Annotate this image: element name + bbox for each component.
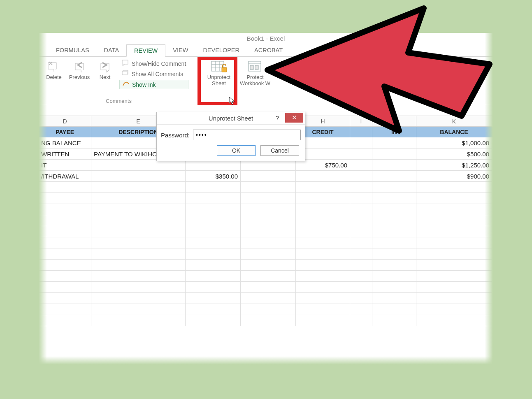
cell[interactable]: [39, 248, 91, 260]
table-header-cell[interactable]: [350, 127, 372, 137]
cell[interactable]: [91, 260, 186, 271]
cell[interactable]: [186, 248, 241, 260]
cell[interactable]: [241, 215, 296, 226]
cell[interactable]: [186, 304, 241, 315]
cell[interactable]: [296, 171, 350, 182]
cell[interactable]: [241, 304, 296, 315]
cell[interactable]: [296, 282, 350, 293]
table-header-cell[interactable]: PAYEE: [39, 127, 91, 137]
cell[interactable]: [416, 282, 492, 293]
cell[interactable]: [350, 148, 372, 160]
cell[interactable]: [241, 271, 296, 282]
cell[interactable]: [350, 193, 372, 204]
ok-button[interactable]: OK: [217, 145, 256, 156]
cell[interactable]: [186, 260, 241, 271]
cell[interactable]: [372, 148, 416, 160]
cell[interactable]: [186, 193, 241, 204]
cell[interactable]: $1,000.00: [416, 137, 492, 148]
cell[interactable]: [350, 204, 372, 215]
cell[interactable]: [416, 226, 492, 237]
cell[interactable]: [350, 293, 372, 304]
cell[interactable]: $900.00: [416, 171, 492, 182]
cell[interactable]: [372, 293, 416, 304]
cell[interactable]: /ITHDRAWAL: [39, 171, 91, 182]
cell[interactable]: [372, 137, 416, 148]
cell[interactable]: [416, 248, 492, 260]
previous-comment-button[interactable]: Previous: [67, 58, 92, 81]
cell[interactable]: [241, 182, 296, 193]
cell[interactable]: [39, 304, 91, 315]
cell[interactable]: $750.00: [296, 160, 350, 171]
cell[interactable]: [186, 271, 241, 282]
cell[interactable]: [241, 315, 296, 326]
cell[interactable]: [296, 248, 350, 260]
column-header[interactable]: D: [39, 116, 91, 127]
tab-formulas[interactable]: FORMULAS: [49, 44, 97, 56]
tab-developer[interactable]: DEVELOPER: [195, 44, 247, 56]
cell[interactable]: [416, 193, 492, 204]
cell[interactable]: [241, 293, 296, 304]
cell[interactable]: [372, 260, 416, 271]
cell[interactable]: [39, 293, 91, 304]
cell[interactable]: [241, 193, 296, 204]
cell[interactable]: [350, 315, 372, 326]
column-header[interactable]: [372, 116, 416, 127]
tab-data[interactable]: DATA: [97, 44, 127, 56]
protect-workbook-button[interactable]: Protect Workbook W: [236, 58, 274, 87]
cell[interactable]: [350, 226, 372, 237]
cell[interactable]: [186, 160, 241, 171]
cell[interactable]: [91, 315, 186, 326]
tab-review[interactable]: REVIEW: [126, 44, 165, 57]
cell[interactable]: [186, 226, 241, 237]
cell[interactable]: $500.00: [416, 148, 492, 160]
cell[interactable]: [350, 171, 372, 182]
cell[interactable]: [416, 293, 492, 304]
cell[interactable]: [39, 271, 91, 282]
cell[interactable]: [91, 215, 186, 226]
dialog-help-button[interactable]: ?: [270, 113, 284, 123]
cell[interactable]: [372, 248, 416, 260]
cell[interactable]: [91, 271, 186, 282]
cell[interactable]: [91, 204, 186, 215]
cell[interactable]: [416, 304, 492, 315]
cell[interactable]: [91, 171, 186, 182]
cell[interactable]: [296, 304, 350, 315]
cell[interactable]: [372, 315, 416, 326]
cell[interactable]: [91, 193, 186, 204]
cell[interactable]: [416, 237, 492, 248]
cell[interactable]: [186, 237, 241, 248]
cell[interactable]: [241, 260, 296, 271]
cell[interactable]: $350.00: [186, 171, 241, 182]
cell[interactable]: [39, 204, 91, 215]
cell[interactable]: [296, 204, 350, 215]
cell[interactable]: [372, 282, 416, 293]
cell[interactable]: [350, 248, 372, 260]
cancel-button[interactable]: Cancel: [260, 145, 299, 156]
cell[interactable]: [296, 293, 350, 304]
cell[interactable]: [91, 182, 186, 193]
cell[interactable]: [296, 215, 350, 226]
cell[interactable]: [241, 171, 296, 182]
next-comment-button[interactable]: Next: [92, 58, 118, 81]
cell[interactable]: [91, 237, 186, 248]
cell[interactable]: [39, 315, 91, 326]
tab-acrobat[interactable]: ACROBAT: [247, 44, 290, 56]
cell[interactable]: [186, 215, 241, 226]
cell[interactable]: [372, 237, 416, 248]
table-header-cell[interactable]: IN: [372, 127, 416, 137]
cell[interactable]: [296, 237, 350, 248]
cell[interactable]: [241, 282, 296, 293]
cell[interactable]: [186, 293, 241, 304]
show-hide-comment-button[interactable]: Show/Hide Comment: [119, 59, 188, 68]
cell[interactable]: [372, 215, 416, 226]
cell[interactable]: [39, 182, 91, 193]
cell[interactable]: [416, 315, 492, 326]
tab-view[interactable]: VIEW: [165, 44, 195, 56]
cell[interactable]: [416, 182, 492, 193]
cell[interactable]: [296, 226, 350, 237]
cell[interactable]: [296, 193, 350, 204]
cell[interactable]: [296, 315, 350, 326]
cell[interactable]: [39, 193, 91, 204]
cell[interactable]: $1,250.00: [416, 160, 492, 171]
password-input[interactable]: [193, 130, 301, 140]
